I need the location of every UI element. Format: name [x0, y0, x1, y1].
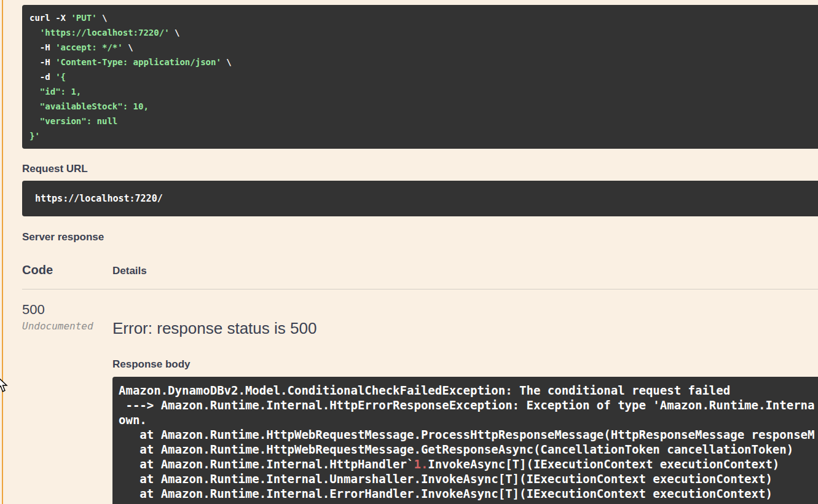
opblock-left-border [2, 0, 3, 504]
status-code: 500 [22, 302, 112, 317]
response-panel: curl -X 'PUT' \ 'https://localhost:7220/… [22, 0, 818, 504]
curl-command-block[interactable]: curl -X 'PUT' \ 'https://localhost:7220/… [22, 5, 818, 149]
code-column-header: Code [22, 263, 112, 277]
undocumented-label: Undocumented [22, 321, 112, 332]
response-table-header: Code Details [22, 263, 818, 289]
request-url-box: https://localhost:7220/ [22, 181, 818, 216]
mouse-cursor-icon [0, 376, 9, 394]
error-message: Error: response status is 500 [112, 319, 818, 337]
request-url-value: https://localhost:7220/ [35, 193, 163, 204]
response-body-label: Response body [112, 358, 818, 370]
server-response-label: Server response [22, 231, 818, 243]
details-column-header: Details [112, 265, 818, 277]
response-row: 500 Undocumented Error: response status … [22, 289, 818, 504]
request-url-label: Request URL [22, 163, 818, 175]
response-body-block: Amazon.DynamoDBv2.Model.ConditionalCheck… [112, 377, 818, 504]
